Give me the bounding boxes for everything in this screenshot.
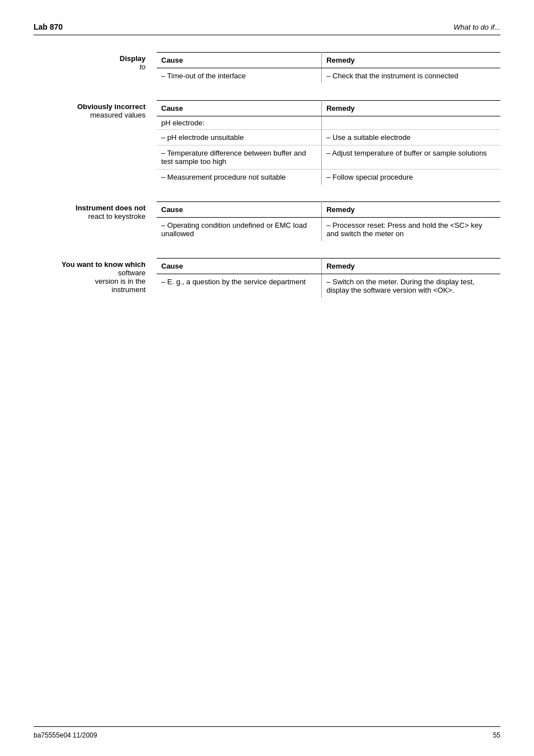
- remedy-cell: – Follow special procedure: [322, 170, 500, 185]
- table-area-instrument: Cause Remedy – Operating condition undef…: [157, 201, 500, 241]
- cause-cell: – Time-out of the interface: [157, 68, 322, 84]
- label-software-sub3: instrument: [34, 285, 146, 294]
- section-label-display-to: Display to: [34, 52, 157, 83]
- remedy-cell: – Switch on the meter. During the displa…: [322, 274, 500, 298]
- footer-left: ba75555e04 11/2009: [34, 731, 97, 739]
- section-label-software: You want to know which software version …: [34, 258, 157, 298]
- label-obviously: Obviously incorrect: [34, 102, 146, 111]
- cause-cell: – E. g., a question by the service depar…: [157, 274, 322, 298]
- section-instrument-keystroke: Instrument does not react to keystroke C…: [34, 201, 500, 241]
- footer-right: 55: [493, 731, 500, 739]
- table-row: – pH electrode unsuitable – Use a suitab…: [157, 130, 500, 145]
- main-content: Display to Cause Remedy – Time-out of th…: [34, 52, 500, 314]
- label-instrument-sub: react to keystroke: [34, 212, 146, 220]
- table-row: – Measurement procedure not suitable – F…: [157, 170, 500, 185]
- page: Lab 870 What to do if... Display to Caus…: [0, 0, 534, 756]
- th-cause-3: Cause: [157, 202, 322, 218]
- section-obviously-incorrect: Obviously incorrect measured values Caus…: [34, 100, 500, 185]
- table-obviously-incorrect: Cause Remedy pH electrode: – pH electrod…: [157, 100, 500, 185]
- th-remedy-3: Remedy: [322, 202, 500, 218]
- label-software-sub2: version is in the: [34, 277, 146, 285]
- label-software-sub: software: [34, 269, 146, 277]
- remedy-cell: – Processor reset: Press and hold the <S…: [322, 218, 500, 242]
- table-row: – Time-out of the interface – Check that…: [157, 68, 500, 84]
- ph-header-row: pH electrode:: [157, 116, 500, 130]
- section-label-obviously-incorrect: Obviously incorrect measured values: [34, 100, 157, 185]
- table-row: – E. g., a question by the service depar…: [157, 274, 500, 298]
- section-label-instrument: Instrument does not react to keystroke: [34, 201, 157, 241]
- cause-cell: – Temperature difference between buffer …: [157, 145, 322, 170]
- th-cause-2: Cause: [157, 101, 322, 116]
- ph-header-cell: pH electrode:: [157, 116, 322, 130]
- header-title-right: What to do if...: [453, 23, 500, 31]
- table-row: – Operating condition undefined or EMC l…: [157, 218, 500, 242]
- section-software-version: You want to know which software version …: [34, 258, 500, 298]
- th-cause-4: Cause: [157, 259, 322, 274]
- remedy-cell: – Check that the instrument is connected: [322, 68, 500, 84]
- page-footer: ba75555e04 11/2009 55: [34, 726, 500, 739]
- header-title-left: Lab 870: [34, 22, 63, 31]
- remedy-cell: – Adjust temperature of buffer or sample…: [322, 145, 500, 170]
- table-area-software: Cause Remedy – E. g., a question by the …: [157, 258, 500, 298]
- th-remedy-1: Remedy: [322, 53, 500, 68]
- th-remedy-4: Remedy: [322, 259, 500, 274]
- label-software-main: You want to know which: [34, 260, 146, 269]
- label-to: to: [34, 63, 146, 71]
- table-area-display-to: Cause Remedy – Time-out of the interface…: [157, 52, 500, 83]
- table-row: – Temperature difference between buffer …: [157, 145, 500, 170]
- table-area-obviously-incorrect: Cause Remedy pH electrode: – pH electrod…: [157, 100, 500, 185]
- table-display-to: Cause Remedy – Time-out of the interface…: [157, 52, 500, 83]
- table-instrument: Cause Remedy – Operating condition undef…: [157, 201, 500, 241]
- section-display-to: Display to Cause Remedy – Time-out of th…: [34, 52, 500, 83]
- page-header: Lab 870 What to do if...: [34, 22, 500, 35]
- cause-cell: – Measurement procedure not suitable: [157, 170, 322, 185]
- remedy-cell: – Use a suitable electrode: [322, 130, 500, 145]
- th-cause-1: Cause: [157, 53, 322, 68]
- label-instrument-main: Instrument does not: [34, 204, 146, 212]
- table-software: Cause Remedy – E. g., a question by the …: [157, 258, 500, 298]
- label-display: Display: [34, 54, 146, 63]
- cause-cell: – Operating condition undefined or EMC l…: [157, 218, 322, 242]
- ph-header-remedy-cell: [322, 116, 500, 130]
- label-measured-values: measured values: [34, 111, 146, 119]
- cause-cell: – pH electrode unsuitable: [157, 130, 322, 145]
- th-remedy-2: Remedy: [322, 101, 500, 116]
